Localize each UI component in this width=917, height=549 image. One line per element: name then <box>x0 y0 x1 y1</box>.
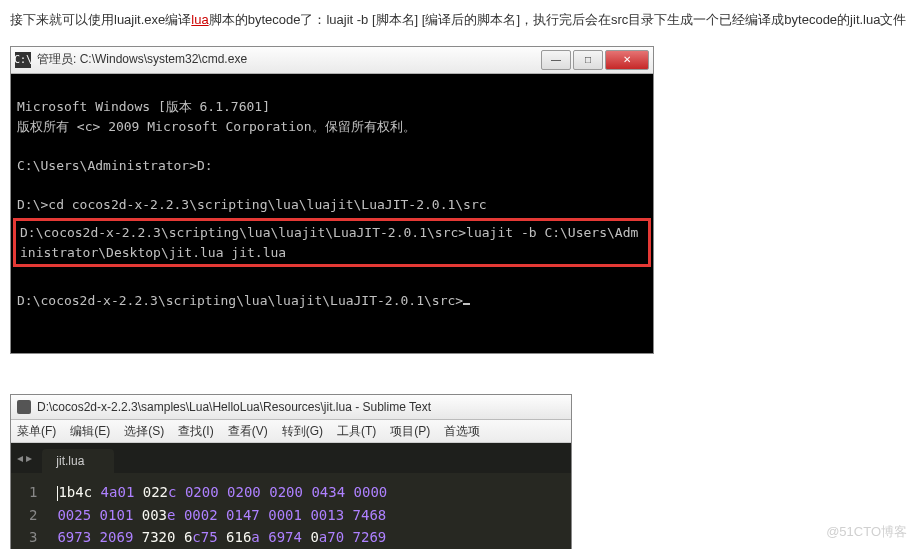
sublime-icon <box>17 400 31 414</box>
code-line: 0025 0101 003e 0002 0147 0001 0013 7468 <box>57 504 387 526</box>
cmd-highlight-box: D:\cocos2d-x-2.2.3\scripting\lua\luajit\… <box>13 218 651 267</box>
intro-paragraph: 接下来就可以使用luajit.exe编译lua脚本的bytecode了：luaj… <box>10 10 907 31</box>
sublime-menubar: 菜单(F) 编辑(E) 选择(S) 查找(I) 查看(V) 转到(G) 工具(T… <box>11 420 571 443</box>
line-number: 2 <box>29 504 37 526</box>
cmd-window: C:\ 管理员: C:\Windows\system32\cmd.exe — □… <box>10 46 654 355</box>
menu-prefs[interactable]: 首选项 <box>444 423 480 440</box>
window-buttons: — □ ✕ <box>541 50 649 70</box>
cmd-title: 管理员: C:\Windows\system32\cmd.exe <box>37 51 541 68</box>
gutter: 1 2 3 4 <box>11 473 47 549</box>
menu-file[interactable]: 菜单(F) <box>17 423 56 440</box>
sublime-title: D:\cocos2d-x-2.2.3\samples\Lua\HelloLua\… <box>37 400 431 414</box>
cmd-line: D:\cocos2d-x-2.2.3\scripting\lua\luajit\… <box>17 293 463 308</box>
menu-goto[interactable]: 转到(G) <box>282 423 323 440</box>
sublime-titlebar: D:\cocos2d-x-2.2.3\samples\Lua\HelloLua\… <box>11 395 571 420</box>
sublime-tab[interactable]: jit.lua <box>42 449 114 473</box>
sublime-tabbar: ◂ ▸ jit.lua <box>11 443 571 473</box>
cmd-line: 版权所有 <c> 2009 Microsoft Corporation。保留所有… <box>17 119 416 134</box>
minimize-button[interactable]: — <box>541 50 571 70</box>
menu-view[interactable]: 查看(V) <box>228 423 268 440</box>
code-line: 6973 2069 7320 6c75 616a 6974 0a70 7269 <box>57 526 387 548</box>
sublime-window: D:\cocos2d-x-2.2.3\samples\Lua\HelloLua\… <box>10 394 572 549</box>
cmd-icon: C:\ <box>15 52 31 68</box>
intro-text-pre: 接下来就可以使用luajit.exe编译 <box>10 12 191 27</box>
cmd-line: C:\Users\Administrator>D: <box>17 158 213 173</box>
lua-link[interactable]: lua <box>191 12 208 27</box>
sublime-editor[interactable]: 1 2 3 4 1b4c 4a01 022c 0200 0200 0200 04… <box>11 473 571 549</box>
cmd-line: D:\>cd cocos2d-x-2.2.3\scripting\lua\lua… <box>17 197 487 212</box>
intro-text-post: 脚本的bytecode了：luajit -b [脚本名] [编译后的脚本名]，执… <box>209 12 907 27</box>
line-number: 1 <box>29 481 37 503</box>
watermark: @51CTO博客 <box>826 523 907 541</box>
menu-find[interactable]: 查找(I) <box>178 423 213 440</box>
cmd-titlebar: C:\ 管理员: C:\Windows\system32\cmd.exe — □… <box>11 47 653 74</box>
tab-nav-arrows[interactable]: ◂ ▸ <box>17 451 32 465</box>
menu-select[interactable]: 选择(S) <box>124 423 164 440</box>
close-button[interactable]: ✕ <box>605 50 649 70</box>
maximize-button[interactable]: □ <box>573 50 603 70</box>
code-line: 1b4c 4a01 022c 0200 0200 0200 0434 0000 <box>57 481 387 503</box>
line-number: 3 <box>29 526 37 548</box>
menu-project[interactable]: 项目(P) <box>390 423 430 440</box>
code-area[interactable]: 1b4c 4a01 022c 0200 0200 0200 0434 0000 … <box>47 473 397 549</box>
cmd-highlight-line: D:\cocos2d-x-2.2.3\scripting\lua\luajit\… <box>20 225 638 260</box>
menu-edit[interactable]: 编辑(E) <box>70 423 110 440</box>
cmd-line: Microsoft Windows [版本 6.1.7601] <box>17 99 270 114</box>
cmd-cursor <box>463 303 470 305</box>
menu-tools[interactable]: 工具(T) <box>337 423 376 440</box>
cmd-body[interactable]: Microsoft Windows [版本 6.1.7601] 版权所有 <c>… <box>11 74 653 354</box>
